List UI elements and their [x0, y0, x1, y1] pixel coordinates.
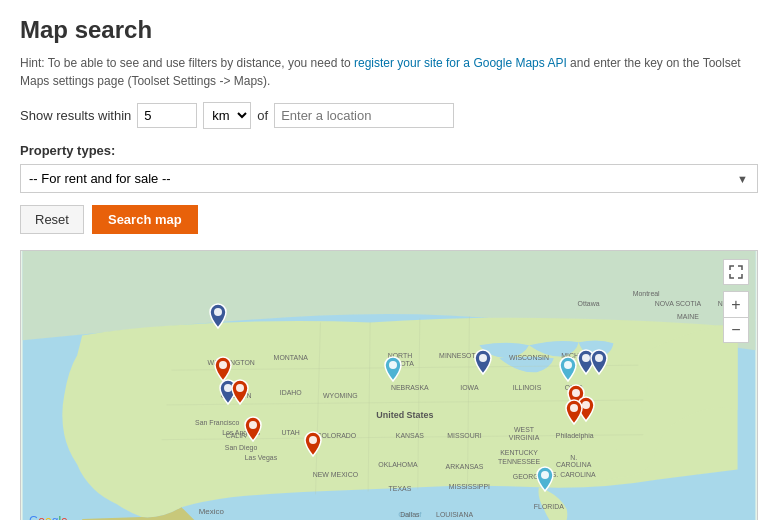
- svg-text:Philadelphia: Philadelphia: [556, 432, 594, 440]
- map-pin-8[interactable]: [472, 348, 494, 379]
- svg-text:TEXAS: TEXAS: [389, 485, 412, 492]
- map-pin-1[interactable]: [207, 302, 229, 333]
- reset-button[interactable]: Reset: [20, 205, 84, 234]
- map-controls: + −: [723, 259, 749, 343]
- svg-text:CAROLINA: CAROLINA: [556, 461, 592, 468]
- hint-prefix: Hint: To be able to see and use filters …: [20, 56, 354, 70]
- map-pin-11[interactable]: [588, 348, 610, 379]
- map-pin-4[interactable]: [229, 378, 251, 409]
- svg-text:Mexico: Mexico: [199, 507, 225, 516]
- map-pin-5[interactable]: [242, 415, 264, 446]
- svg-point-67: [564, 361, 572, 369]
- svg-text:NEW MEXICO: NEW MEXICO: [313, 471, 359, 478]
- svg-text:NOVA SCOTIA: NOVA SCOTIA: [655, 300, 702, 307]
- svg-point-62: [236, 384, 244, 392]
- svg-point-63: [249, 421, 257, 429]
- map-container[interactable]: Gulf of Mexico WASHINGTON MONTANA NORTH …: [20, 250, 758, 520]
- svg-text:IOWA: IOWA: [460, 384, 479, 391]
- svg-text:LOUISIANA: LOUISIANA: [436, 511, 473, 518]
- filter-row: Show results within km mi of: [20, 102, 758, 129]
- google-logo-g: G: [29, 514, 38, 520]
- distance-input[interactable]: [137, 103, 197, 128]
- google-maps-api-link[interactable]: register your site for a Google Maps API: [354, 56, 567, 70]
- svg-text:ILLINOIS: ILLINOIS: [513, 384, 542, 391]
- svg-point-64: [309, 436, 317, 444]
- svg-point-66: [479, 354, 487, 362]
- google-logo: Google: [29, 514, 68, 520]
- page-title: Map search: [20, 16, 758, 44]
- svg-text:N.: N.: [570, 454, 577, 461]
- property-types-label: Property types:: [20, 143, 758, 158]
- show-results-label: Show results within: [20, 108, 131, 123]
- fullscreen-button[interactable]: [723, 259, 749, 285]
- google-logo-o2: o: [45, 514, 52, 520]
- svg-text:MISSISSIPPI: MISSISSIPPI: [449, 483, 490, 490]
- map-pin-15[interactable]: [534, 465, 556, 496]
- svg-text:S. CAROLINA: S. CAROLINA: [552, 471, 596, 478]
- svg-text:IDAHO: IDAHO: [280, 389, 303, 396]
- svg-text:MAINE: MAINE: [677, 313, 699, 320]
- svg-text:FLORIDA: FLORIDA: [534, 503, 564, 510]
- property-type-select[interactable]: -- For rent and for sale -- For rent For…: [20, 164, 758, 193]
- zoom-out-button[interactable]: −: [723, 317, 749, 343]
- svg-text:VIRGINIA: VIRGINIA: [509, 434, 540, 441]
- property-select-wrapper: -- For rent and for sale -- For rent For…: [20, 164, 758, 193]
- svg-text:Dallas: Dallas: [400, 511, 420, 518]
- search-map-button[interactable]: Search map: [92, 205, 198, 234]
- action-buttons: Reset Search map: [20, 205, 758, 234]
- svg-point-65: [389, 361, 397, 369]
- map-pin-14[interactable]: [563, 398, 585, 429]
- svg-text:WISCONSIN: WISCONSIN: [509, 354, 549, 361]
- svg-point-72: [570, 404, 578, 412]
- svg-text:WYOMING: WYOMING: [323, 392, 358, 399]
- svg-text:OKLAHOMA: OKLAHOMA: [378, 461, 418, 468]
- map-pin-6[interactable]: [302, 430, 324, 461]
- svg-text:Ottawa: Ottawa: [578, 300, 600, 307]
- svg-text:KENTUCKY: KENTUCKY: [500, 449, 538, 456]
- svg-text:Las Vegas: Las Vegas: [245, 454, 278, 462]
- hint-text: Hint: To be able to see and use filters …: [20, 54, 758, 90]
- svg-text:ARKANSAS: ARKANSAS: [446, 463, 484, 470]
- svg-text:Montreal: Montreal: [633, 290, 660, 297]
- zoom-controls: + −: [723, 291, 749, 343]
- svg-text:United States: United States: [376, 410, 433, 420]
- svg-text:San Francisco: San Francisco: [195, 419, 239, 426]
- zoom-in-button[interactable]: +: [723, 291, 749, 317]
- svg-text:KANSAS: KANSAS: [396, 432, 425, 439]
- map-pin-7[interactable]: [382, 355, 404, 386]
- svg-point-59: [214, 308, 222, 316]
- svg-point-60: [219, 361, 227, 369]
- unit-select[interactable]: km mi: [203, 102, 251, 129]
- svg-text:MISSOURI: MISSOURI: [447, 432, 481, 439]
- location-input[interactable]: [274, 103, 454, 128]
- svg-point-73: [541, 471, 549, 479]
- svg-point-69: [595, 354, 603, 362]
- of-label: of: [257, 108, 268, 123]
- property-types-section: Property types: -- For rent and for sale…: [20, 143, 758, 193]
- svg-text:WEST: WEST: [514, 426, 535, 433]
- svg-text:MONTANA: MONTANA: [274, 354, 309, 361]
- google-logo-e: e: [61, 514, 68, 520]
- svg-text:UTAH: UTAH: [282, 429, 300, 436]
